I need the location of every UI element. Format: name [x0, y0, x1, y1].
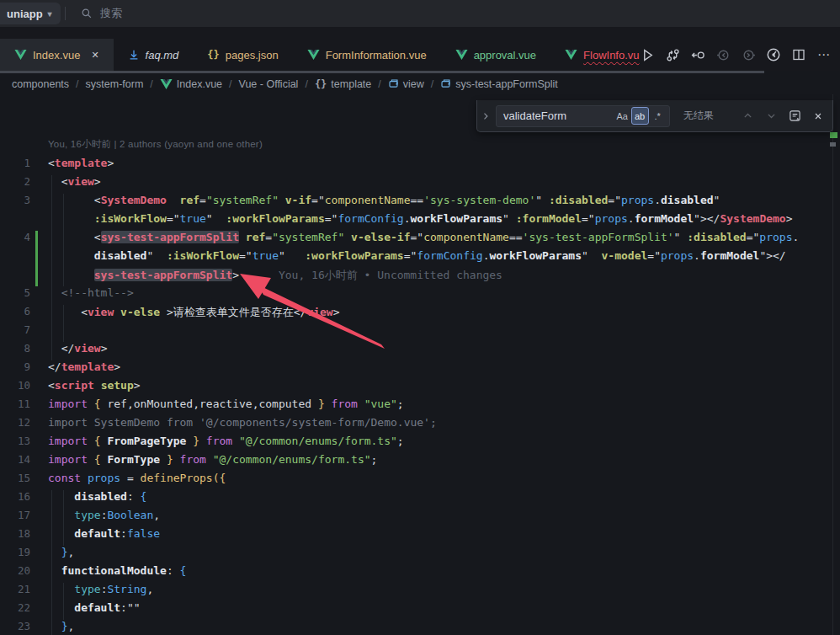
line-number: 16 [0, 490, 30, 509]
tab-scrollbar[interactable] [0, 71, 764, 73]
close-icon[interactable]: ✕ [91, 50, 98, 61]
code-line[interactable]: 10<script setup> [0, 379, 840, 398]
code-text: import { FromPageType } from "@/common/e… [48, 435, 404, 453]
close-find-button[interactable] [809, 107, 827, 125]
whole-word-button[interactable]: ab [631, 107, 649, 125]
code-line[interactable]: 12import SystemDemo from '@/components/s… [0, 416, 840, 435]
code-line[interactable]: 7 [0, 323, 840, 342]
tab-faq-md[interactable]: faq.md [114, 39, 194, 71]
code-line[interactable]: 9</template> [0, 360, 840, 379]
project-menu-button[interactable]: uniapp ▾ [0, 3, 61, 24]
timeline-button[interactable] [763, 44, 784, 66]
code-line[interactable]: 20 functionalModule: { [0, 564, 840, 583]
code-line[interactable]: 23 }, [0, 620, 840, 635]
breadcrumb-item-sys-test-appformsplit[interactable]: sys-test-appFormSplit [440, 78, 558, 90]
toggle-replace-button[interactable] [481, 111, 491, 121]
code-line[interactable]: sys-test-appFormSplit> You, 16小时前 • Unco… [0, 268, 840, 286]
code-line[interactable]: 18 default:false [0, 527, 840, 546]
previous-match-button[interactable] [739, 107, 758, 125]
global-search-button[interactable]: 搜索 [81, 0, 122, 27]
line-number: 17 [0, 509, 30, 527]
breadcrumb-separator: / [150, 78, 152, 90]
code-line[interactable]: 5 <!--html--> [0, 286, 840, 305]
code-line[interactable]: disabled" :isWorkFlow="true" :workFlowPa… [0, 249, 840, 268]
line-number: 7 [0, 323, 30, 342]
symbol-icon [440, 78, 451, 89]
code-text: import { ref,onMounted,reactive,computed… [48, 398, 404, 416]
line-number: 5 [0, 286, 30, 305]
code-text: <SystemDemo ref="systemRef" v-if="compon… [48, 194, 720, 212]
code-text: <view> [48, 175, 101, 194]
tab-forminformation-vue[interactable]: FormInformation.vue [293, 39, 441, 71]
breadcrumb-item-view[interactable]: view [388, 78, 424, 90]
code-line[interactable]: 8 </view> [0, 342, 840, 360]
nav-back-button[interactable] [712, 44, 734, 66]
code-line[interactable]: 16 disabled: { [0, 490, 840, 509]
overview-ruler[interactable] [832, 94, 833, 635]
gutter-change-bar [35, 268, 38, 286]
breadcrumb-item-components[interactable]: components [12, 78, 69, 90]
find-widget: validateForm Aa ab .* 无结果 [476, 100, 833, 132]
gutter-change-bar [35, 249, 38, 268]
open-changes-button[interactable] [687, 44, 709, 66]
code-text: <script setup> [48, 379, 141, 398]
code-text: type:Boolean, [48, 509, 160, 527]
more-actions-button[interactable]: ⋯ [813, 44, 835, 66]
breadcrumb-label: sys-test-appFormSplit [455, 78, 558, 90]
blame-annotation[interactable]: You, 16小时前 | 2 authors (yaoyn and one ot… [0, 138, 840, 157]
tab-index-vue[interactable]: Index.vue✕ [0, 39, 114, 71]
code-line[interactable]: 11import { ref,onMounted,reactive,comput… [0, 398, 840, 416]
code-text: }, [48, 546, 74, 564]
run-button[interactable] [636, 44, 658, 66]
breadcrumb-label: Vue - Official [239, 78, 299, 90]
code-line[interactable]: 6 <view v-else >请检查表单文件是否存在</view> [0, 305, 840, 323]
gutter-change-bar [35, 231, 38, 249]
next-match-button[interactable] [762, 107, 780, 125]
regex-button[interactable]: .* [649, 107, 667, 125]
find-input[interactable]: validateForm Aa ab .* [496, 105, 670, 127]
tab-approval-vue[interactable]: approval.vue [441, 39, 550, 71]
breadcrumb-label: template [331, 78, 371, 90]
nav-forward-button[interactable] [737, 44, 759, 66]
breadcrumb-label: components [12, 78, 69, 90]
line-number: 3 [0, 194, 30, 212]
code-line[interactable]: 15const props = defineProps({ [0, 472, 840, 490]
code-line[interactable]: 14import { FormType } from "@/common/enu… [0, 453, 840, 472]
line-number: 22 [0, 601, 30, 620]
tab-label: pages.json [226, 49, 279, 61]
breadcrumb-label: Index.vue [177, 78, 222, 90]
find-in-selection-button[interactable] [785, 107, 804, 125]
code-line[interactable]: 13import { FromPageType } from "@/common… [0, 435, 840, 453]
code-text: <sys-test-appFormSplit ref="systemRef" v… [48, 231, 799, 249]
code-line[interactable]: 17 type:Boolean, [0, 509, 840, 527]
match-case-button[interactable]: Aa [614, 107, 631, 125]
line-number: 2 [0, 175, 30, 194]
tab-pages-json[interactable]: {}pages.json [193, 39, 292, 71]
chevron-down-icon: ▾ [48, 9, 52, 19]
code-line[interactable]: 22 default:"" [0, 601, 840, 620]
code-line[interactable]: 19 }, [0, 546, 840, 564]
code-line[interactable]: 2 <view> [0, 175, 840, 194]
breadcrumb-item-vue-official[interactable]: Vue - Official [239, 78, 299, 90]
code-text: }, [48, 620, 74, 635]
tab-label: FormInformation.vue [326, 49, 427, 61]
code-line[interactable]: 4 <sys-test-appFormSplit ref="systemRef"… [0, 231, 840, 249]
code-line[interactable]: 1<template> [0, 157, 840, 175]
editor-pane[interactable]: You, 16小时前 | 2 authors (yaoyn and one ot… [0, 94, 840, 635]
breadcrumb-separator: / [76, 78, 78, 90]
line-number: 6 [0, 305, 30, 323]
code-line[interactable]: 3 <SystemDemo ref="systemRef" v-if="comp… [0, 194, 840, 212]
breadcrumb-item-template[interactable]: {}template [315, 78, 371, 90]
code-line[interactable]: :isWorkFlow="true" :workFlowParams="form… [0, 212, 840, 231]
git-compare-button[interactable] [662, 44, 683, 66]
tab-label: approval.vue [474, 49, 536, 61]
breadcrumb-item-index-vue[interactable]: Index.vue [160, 78, 222, 90]
split-editor-button[interactable] [788, 44, 810, 66]
line-number: 15 [0, 472, 30, 490]
code-text: type:String, [48, 583, 153, 601]
line-number: 4 [0, 231, 30, 249]
find-result-count: 无结果 [683, 109, 727, 123]
breadcrumb-item-system-form[interactable]: system-form [86, 78, 144, 90]
line-number: 14 [0, 453, 30, 472]
code-line[interactable]: 21 type:String, [0, 583, 840, 601]
